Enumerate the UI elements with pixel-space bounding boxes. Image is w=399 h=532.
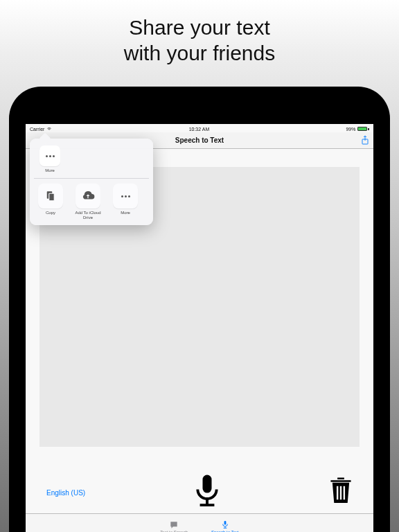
share-action-copy-label: Copy [46, 211, 55, 215]
carrier-label: Carrier [30, 127, 44, 132]
app-screen: Carrier 10:32 AM 99% Speech to Text [26, 124, 373, 532]
tab-bar: Text to Speech Speech to Text [26, 513, 373, 532]
tab-text-to-speech[interactable]: Text to Speech [160, 520, 188, 532]
share-activity-more[interactable]: More [35, 145, 64, 172]
promo-line2: with your friends [124, 41, 275, 66]
share-action-more-label: More [121, 211, 130, 215]
share-popover: More Copy [30, 139, 153, 225]
more-icon [46, 155, 55, 157]
more-icon [121, 195, 130, 197]
share-activity-more-label: More [45, 168, 55, 172]
copy-icon [44, 190, 57, 202]
status-bar: Carrier 10:32 AM 99% [26, 124, 373, 132]
status-time: 10:32 AM [189, 127, 210, 132]
share-action-copy[interactable]: Copy [34, 184, 67, 220]
share-action-icloud[interactable]: Add To iCloud Drive [71, 184, 105, 220]
microphone-icon [220, 520, 230, 530]
share-icon [361, 135, 369, 145]
record-button[interactable] [193, 473, 222, 512]
language-button[interactable]: English (US) [46, 489, 85, 497]
battery-icon [357, 127, 369, 131]
tab-speech-to-text[interactable]: Speech to Text [211, 520, 239, 532]
battery-percent: 99% [346, 127, 355, 132]
tablet-frame: Carrier 10:32 AM 99% Speech to Text [9, 87, 390, 532]
svg-rect-2 [49, 193, 55, 201]
svg-rect-3 [203, 475, 212, 493]
cloud-upload-icon [81, 190, 95, 202]
delete-button[interactable] [329, 477, 353, 508]
share-button[interactable] [361, 135, 369, 146]
trash-icon [329, 477, 353, 505]
microphone-icon [193, 473, 222, 509]
wifi-icon [46, 127, 52, 131]
svg-rect-4 [224, 521, 226, 525]
speech-bubble-icon [169, 520, 179, 530]
promo-headline: Share your text with your friends [124, 15, 275, 66]
share-action-more[interactable]: More [109, 184, 142, 220]
promo-line1: Share your text [124, 15, 275, 41]
share-action-icloud-label: Add To iCloud Drive [71, 211, 105, 220]
page-title: Speech to Text [175, 136, 224, 144]
